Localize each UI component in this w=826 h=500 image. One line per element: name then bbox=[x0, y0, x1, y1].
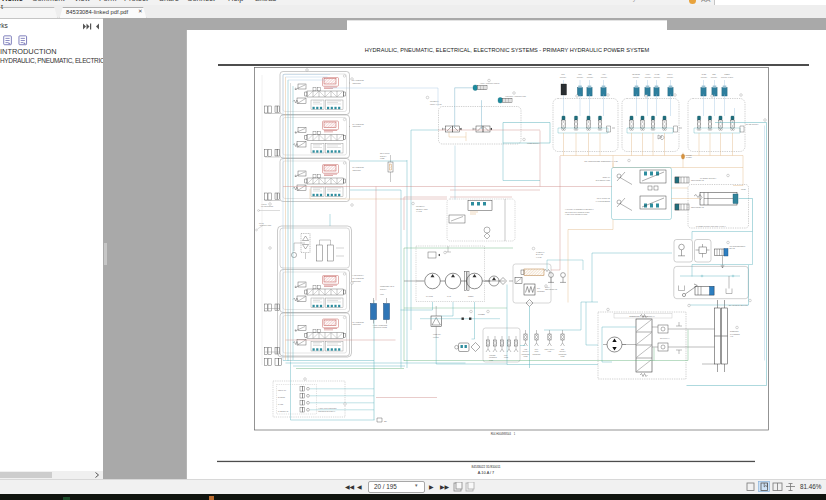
svg-text:4WD: 4WD bbox=[524, 349, 528, 350]
svg-text:MFD: MFD bbox=[561, 74, 565, 75]
svg-text:LOCK VALVE: LOCK VALVE bbox=[430, 103, 442, 105]
svg-text:LOW: LOW bbox=[380, 293, 384, 295]
svg-text:INLET: INLET bbox=[741, 188, 746, 190]
svg-text:PILOT: PILOT bbox=[259, 223, 264, 224]
svg-text:MASTER CLUTCH INCHING VALVE (*: MASTER CLUTCH INCHING VALVE (*) bbox=[696, 225, 726, 227]
svg-text:CREEP: CREEP bbox=[724, 74, 730, 75]
svg-text:SOLENOID: SOLENOID bbox=[522, 354, 531, 355]
svg-text:CLUTCH: CLUTCH bbox=[701, 77, 708, 78]
svg-text:CLUTCH: CLUTCH bbox=[645, 77, 652, 78]
svg-text:MAIN: MAIN bbox=[447, 295, 452, 297]
svg-text:CLUTCH: CLUTCH bbox=[667, 77, 674, 78]
svg-text:MED: MED bbox=[588, 74, 592, 75]
svg-text:TRANSMISSION CONTROL VALVE: TRANSMISSION CONTROL VALVE bbox=[584, 160, 618, 162]
svg-text:SOLENOID: SOLENOID bbox=[559, 354, 568, 355]
svg-text:TRANSMISSION: TRANSMISSION bbox=[261, 205, 274, 207]
svg-text:SECTION: SECTION bbox=[353, 125, 362, 127]
svg-text:RIGHT: RIGHT bbox=[668, 74, 673, 75]
svg-text:SECTION: SECTION bbox=[353, 82, 362, 84]
svg-text:SERVICE BRAKE: SERVICE BRAKE bbox=[691, 206, 704, 208]
svg-text:RAISE: RAISE bbox=[278, 403, 284, 405]
svg-text:CLUTCH: CLUTCH bbox=[711, 77, 718, 78]
svg-text:LOCK: LOCK bbox=[534, 351, 538, 352]
svg-text:VALVE: VALVE bbox=[416, 210, 423, 212]
svg-text:200 PSI MAX: 200 PSI MAX bbox=[660, 337, 671, 339]
svg-text:DIFF: DIFF bbox=[535, 349, 538, 350]
svg-text:FILTER: FILTER bbox=[478, 313, 485, 315]
svg-text:RETRACT: RETRACT bbox=[278, 389, 286, 391]
svg-text:CLUTCH: CLUTCH bbox=[559, 351, 565, 352]
svg-text:CHECK: CHECK bbox=[686, 156, 693, 158]
svg-text:REACHES FULL STROKE WHEN: REACHES FULL STROKE WHEN bbox=[565, 211, 590, 213]
svg-text:LUBE SUPPLY: LUBE SUPPLY bbox=[527, 142, 541, 144]
svg-text:CLUTCH: CLUTCH bbox=[577, 77, 584, 78]
svg-text:4WD LOCK ACCUMULATOR: 4WD LOCK ACCUMULATOR bbox=[505, 95, 527, 97]
svg-text:ODD: ODD bbox=[712, 74, 716, 75]
svg-text:(X2): (X2) bbox=[730, 335, 734, 337]
svg-text:PTO: PTO bbox=[504, 355, 508, 356]
svg-text:EXTEND: EXTEND bbox=[278, 396, 286, 398]
svg-text:LUBE: LUBE bbox=[504, 357, 508, 358]
svg-text:REVERSE: REVERSE bbox=[632, 74, 640, 75]
svg-text:TRANS CLUTCH: TRANS CLUTCH bbox=[746, 123, 760, 125]
svg-text:ODD: ODD bbox=[561, 349, 565, 350]
svg-text:CLUTCH: CLUTCH bbox=[601, 77, 608, 78]
svg-text:SERVICE BRAKE: SERVICE BRAKE bbox=[545, 288, 557, 290]
svg-text:FIFTH: FIFTH bbox=[646, 74, 651, 75]
svg-text:SUPPLY: SUPPLY bbox=[380, 288, 387, 290]
svg-text:LH/RH: LH/RH bbox=[545, 287, 550, 288]
svg-text:LUBE: LUBE bbox=[561, 356, 565, 357]
svg-text:MECHANICAL: MECHANICAL bbox=[545, 348, 555, 350]
svg-text:HIGH: HIGH bbox=[602, 74, 607, 75]
svg-text:MASTER CLUTCH: MASTER CLUTCH bbox=[700, 177, 717, 179]
svg-text:A.10.A / 7: A.10.A / 7 bbox=[478, 471, 494, 475]
svg-text:ACCUMULATOR: ACCUMULATOR bbox=[259, 224, 272, 226]
svg-text:FWD: FWD bbox=[548, 351, 552, 352]
svg-text:84533022 31/810011: 84533022 31/810011 bbox=[471, 465, 500, 469]
svg-text:R04.H004988544 1: R04.H004988544 1 bbox=[491, 432, 516, 436]
svg-text:ACCUMULATORS: ACCUMULATORS bbox=[373, 326, 388, 328]
svg-text:SERVICE BRAKE: SERVICE BRAKE bbox=[691, 179, 704, 181]
svg-text:TRANS/EMERGENCY: TRANS/EMERGENCY bbox=[730, 245, 747, 247]
svg-text:LUBE: LUBE bbox=[524, 356, 528, 357]
svg-text:SOLENOID: SOLENOID bbox=[533, 354, 542, 355]
svg-text:LOW: LOW bbox=[578, 74, 582, 75]
svg-text:CLUTCH: CLUTCH bbox=[522, 351, 528, 352]
svg-text:HAND SUPPLY: HAND SUPPLY bbox=[352, 274, 365, 276]
svg-text:CLUTCH & RPM: CLUTCH & RPM bbox=[721, 77, 734, 78]
svg-text:CLUTCH: CLUTCH bbox=[654, 77, 661, 78]
svg-text:LUBE: LUBE bbox=[380, 157, 385, 159]
svg-text:STEER: STEER bbox=[468, 296, 474, 297]
svg-text:CASE DRAIN: CASE DRAIN bbox=[278, 410, 289, 412]
svg-text:(*) SWITCH IS OPENED WHEN PEDA: (*) SWITCH IS OPENED WHEN PEDAL bbox=[565, 208, 594, 210]
svg-text:BRAKE: BRAKE bbox=[730, 247, 735, 249]
svg-text:EVEN: EVEN bbox=[702, 74, 707, 75]
svg-text:SOLENOID: SOLENOID bbox=[489, 357, 498, 358]
svg-text:EVR REGULATOR: EVR REGULATOR bbox=[596, 179, 611, 181]
svg-text:SECTION: SECTION bbox=[353, 169, 362, 171]
svg-text:CLUTCH: CLUTCH bbox=[587, 77, 594, 78]
svg-text:SECTION: SECTION bbox=[353, 323, 362, 325]
svg-text:VALVE: VALVE bbox=[536, 256, 542, 258]
svg-text:CLUTCH: CLUTCH bbox=[560, 77, 567, 78]
svg-text:CLUTCH: CLUTCH bbox=[633, 77, 640, 78]
svg-text:THIRD: THIRD bbox=[655, 74, 661, 75]
svg-text:SECTION: SECTION bbox=[353, 280, 362, 282]
svg-text:VALVE SOLENOID: VALVE SOLENOID bbox=[596, 200, 611, 202]
svg-text:OK: OK bbox=[384, 420, 388, 422]
svg-text:HITCH ACCUMULATOR(S): HITCH ACCUMULATOR(S) bbox=[480, 82, 500, 84]
svg-text:4WD/DBL: 4WD/DBL bbox=[489, 355, 496, 356]
svg-text:HYDRAULIC POWER IS LOST: HYDRAULIC POWER IS LOST bbox=[565, 213, 587, 215]
svg-text:HYDRAULIC, PNEUMATIC, ELECTRIC: HYDRAULIC, PNEUMATIC, ELECTRICAL, ELECTR… bbox=[365, 47, 650, 53]
svg-text:CHARGE: CHARGE bbox=[426, 295, 433, 297]
